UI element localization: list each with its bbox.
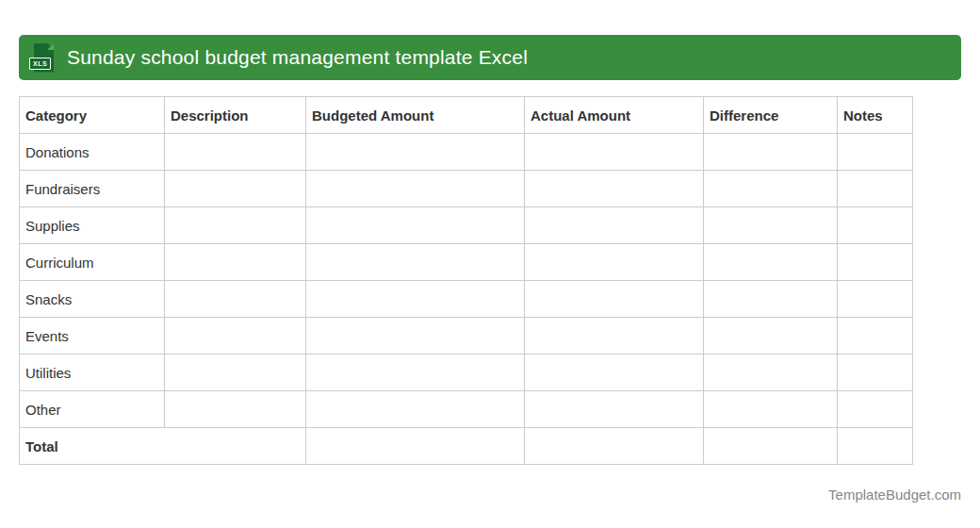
page: XLS Sunday school budget management temp… [0,0,980,528]
column-header-difference: Difference [704,97,838,134]
page-title: Sunday school budget management template… [67,46,528,69]
empty-cell [525,134,704,171]
row-label-fundraisers: Fundraisers [20,171,165,207]
empty-cell [525,428,704,465]
row-label-utilities: Utilities [20,355,165,391]
column-header-budgeted-amount: Budgeted Amount [306,97,525,134]
total-row: Total [20,428,913,465]
empty-cell [165,391,306,428]
row-label-events: Events [20,318,165,355]
empty-cell [525,171,704,207]
empty-cell [306,171,525,207]
empty-cell [165,207,306,244]
empty-cell [306,281,525,318]
empty-cell [838,355,913,391]
empty-cell [838,281,913,318]
empty-cell [838,428,913,465]
row-label-other: Other [20,391,165,428]
empty-cell [704,281,838,318]
empty-cell [838,171,913,207]
empty-cell [704,391,838,428]
empty-cell [838,318,913,355]
table-row: Snacks [20,281,913,318]
empty-cell [704,207,838,244]
empty-cell [165,244,306,281]
column-header-notes: Notes [838,97,913,134]
empty-cell [525,318,704,355]
empty-cell [306,428,525,465]
empty-cell [704,355,838,391]
empty-cell [704,244,838,281]
empty-cell [165,171,306,207]
row-label-snacks: Snacks [20,281,165,318]
empty-cell [704,134,838,171]
xls-file-icon: XLS [31,43,54,73]
column-header-description: Description [165,97,306,134]
empty-cell [165,281,306,318]
table-row: Events [20,318,913,355]
row-label-donations: Donations [20,134,165,171]
empty-cell [525,355,704,391]
table-row: Utilities [20,355,913,391]
budget-table: Category Description Budgeted Amount Act… [19,96,913,465]
empty-cell [306,134,525,171]
empty-cell [306,391,525,428]
empty-cell [306,207,525,244]
empty-cell [525,244,704,281]
empty-cell [306,318,525,355]
empty-cell [838,391,913,428]
column-header-category: Category [20,97,165,134]
empty-cell [704,318,838,355]
empty-cell [525,281,704,318]
table-row: Supplies [20,207,913,244]
column-header-actual-amount: Actual Amount [525,97,704,134]
table-row: Curriculum [20,244,913,281]
empty-cell [306,355,525,391]
empty-cell [306,244,525,281]
folded-corner [47,43,54,50]
empty-cell [838,207,913,244]
table-row: Donations [20,134,913,171]
site-watermark: TemplateBudget.com [19,487,961,503]
empty-cell [704,171,838,207]
header-row: Category Description Budgeted Amount Act… [20,97,913,134]
empty-cell [525,207,704,244]
xls-badge: XLS [29,58,51,70]
template-header-bar: XLS Sunday school budget management temp… [19,35,961,80]
row-label-supplies: Supplies [20,207,165,244]
empty-cell [704,428,838,465]
empty-cell [165,134,306,171]
row-label-curriculum: Curriculum [20,244,165,281]
empty-cell [165,355,306,391]
empty-cell [165,318,306,355]
table-row: Fundraisers [20,171,913,207]
table-row: Other [20,391,913,428]
empty-cell [838,244,913,281]
empty-cell [525,391,704,428]
empty-cell [838,134,913,171]
total-label: Total [20,428,306,465]
